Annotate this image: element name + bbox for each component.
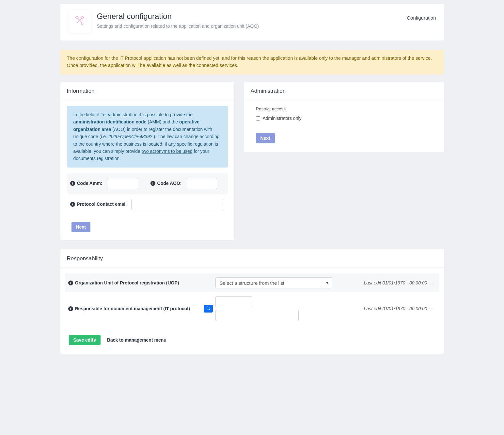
callout-bold: administration identification code (73, 119, 147, 124)
callout-text: it is possible to provide the (139, 112, 193, 117)
uop-select-wrap: Select a structure from the list ▼ (215, 277, 332, 288)
information-next-button[interactable]: Next (71, 222, 90, 232)
code-aoo-input[interactable] (186, 178, 217, 189)
responsible-doc-input-2[interactable] (215, 310, 299, 321)
contact-email-row: i Protocol Contact email (67, 194, 228, 215)
header-icon-box (68, 10, 91, 33)
info-icon: i (68, 306, 73, 311)
code-amm-label-text: Code Amm: (77, 180, 102, 187)
info-icon: i (70, 181, 75, 186)
code-aoo-label-text: Code AOO: (157, 180, 182, 187)
callout-italic: 2020-OpenCle-48392 (108, 134, 152, 139)
page-title: General configuration (97, 10, 401, 22)
breadcrumb: Configuration (407, 10, 436, 22)
responsibility-panel-title: Responsability (60, 249, 444, 268)
back-to-management-button[interactable]: Back to management menu (105, 337, 168, 343)
administration-panel: Administration Restrict access Administr… (244, 82, 444, 152)
responsible-doc-input-1[interactable] (215, 296, 252, 307)
uop-label: i Organization Unit of Protocol registra… (68, 280, 194, 286)
uop-label-text: Organization Unit of Protocol registrati… (75, 280, 179, 286)
administrators-only-row[interactable]: Administrators only (256, 115, 432, 122)
administrators-only-label: Administrators only (263, 115, 302, 122)
info-icon: i (150, 181, 155, 186)
info-icon: i (68, 281, 73, 285)
administrators-only-checkbox[interactable] (256, 116, 260, 121)
information-panel: Information In the field of Teleadminist… (60, 82, 234, 240)
config-warning-alert: The configuration for the IT Protocol ap… (60, 50, 444, 74)
search-icon (206, 306, 210, 311)
administration-panel-title: Administration (244, 82, 444, 100)
responsible-doc-row: i Responsible for document management (I… (65, 292, 439, 325)
restrict-access-label: Restrict access (256, 106, 432, 112)
callout-text: In the field of (73, 112, 101, 117)
contact-email-input[interactable] (131, 199, 224, 210)
page-header: General configuration Settings and confi… (60, 4, 444, 40)
page-subtitle: Settings and configuration related to th… (97, 23, 401, 30)
responsibility-panel: Responsability i Organization Unit of Pr… (60, 249, 444, 354)
lookup-button[interactable] (204, 305, 213, 313)
contact-email-label: i Protocol Contact email (70, 201, 127, 208)
information-callout: In the field of Teleadministration it is… (67, 106, 228, 168)
code-aoo-label: i Code AOO: (150, 180, 182, 187)
contact-email-label-text: Protocol Contact email (77, 201, 127, 208)
code-amm-label: i Code Amm: (70, 180, 102, 187)
responsibility-actions: Save edits Back to management menu (65, 332, 439, 345)
administration-next-button[interactable]: Next (256, 133, 275, 143)
information-panel-title: Information (60, 82, 234, 100)
teleadministration-link[interactable]: Teleadministration (101, 112, 137, 117)
responsible-doc-label-text: Responsible for document management (IT … (75, 305, 190, 312)
save-edits-button[interactable]: Save edits (69, 335, 101, 345)
uop-select[interactable]: Select a structure from the list (215, 277, 332, 288)
callout-text: (AMM) and the (148, 119, 179, 124)
wrench-screwdriver-icon (74, 15, 85, 28)
uop-row: i Organization Unit of Protocol registra… (65, 273, 439, 292)
responsible-doc-last-edit: Last edit 01/01/1970 - 00:00:00 - - (336, 305, 436, 312)
acronyms-link[interactable]: two acronyms to be used (142, 149, 193, 154)
code-amm-input[interactable] (107, 178, 138, 189)
info-icon: i (70, 202, 75, 207)
uop-last-edit: Last edit 01/01/1970 - 00:00:00 - - (336, 280, 436, 286)
code-row: i Code Amm: i Code AOO: (67, 173, 228, 194)
responsible-doc-label: i Responsible for document management (I… (68, 305, 194, 312)
